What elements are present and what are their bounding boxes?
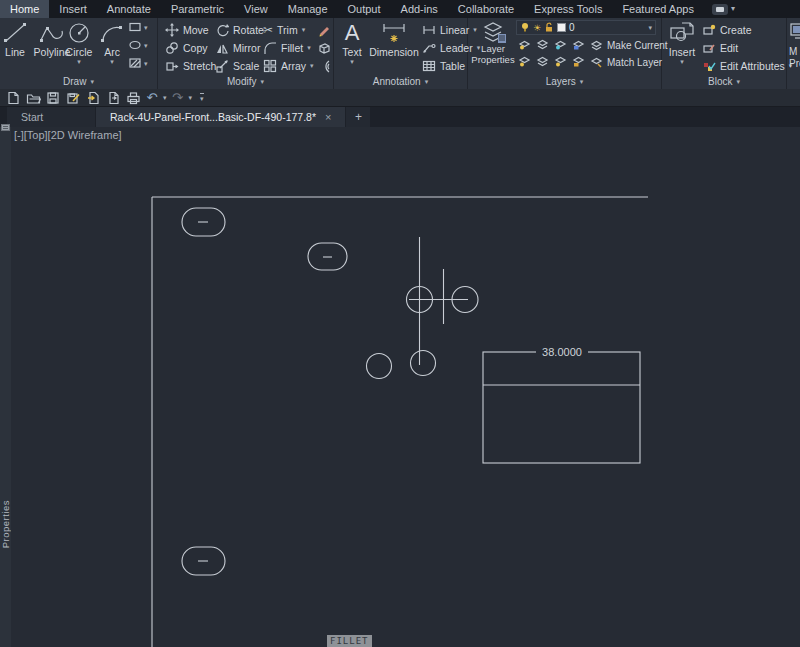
dimension-button[interactable]: Dimension	[368, 20, 420, 58]
stretch-button[interactable]: Stretch	[165, 58, 216, 73]
hatch-icon	[128, 57, 142, 69]
annotation-panel-label[interactable]: Annotation▾	[334, 74, 467, 88]
scale-button[interactable]: Scale	[215, 58, 259, 73]
chevron-down-icon: ▾	[731, 5, 735, 13]
chevron-down-icon: ▾	[144, 24, 148, 31]
match-layer-button[interactable]: Match Layer	[590, 55, 662, 70]
tab-express-tools[interactable]: Express Tools	[524, 0, 612, 18]
trim-button[interactable]: ✂ Trim▾	[263, 22, 305, 37]
new-file-icon	[6, 91, 20, 105]
layer-lock-icon[interactable]	[572, 39, 585, 50]
modify-panel-label[interactable]: Modify▾	[158, 74, 333, 88]
export-button[interactable]	[85, 90, 101, 106]
block-panel-label[interactable]: Block▾	[662, 74, 786, 88]
hatch-tool-button[interactable]: ▾	[128, 57, 148, 69]
layer-tools-row-2	[518, 56, 585, 67]
edit-block-button[interactable]: Edit	[702, 40, 738, 55]
dimension-text: 38.0000	[542, 346, 582, 358]
circle-button[interactable]: Circle ▾	[62, 20, 96, 65]
line-button[interactable]: Line	[0, 20, 30, 58]
offset-button[interactable]	[317, 58, 331, 73]
tab-manage[interactable]: Manage	[278, 0, 338, 18]
layer-state-icon[interactable]	[554, 56, 567, 67]
draw-panel-label[interactable]: Draw▾	[0, 74, 157, 88]
array-icon	[263, 59, 277, 73]
redo-dropdown[interactable]: ▾	[189, 94, 193, 101]
layer-dropdown[interactable]: ☀ 0 ▾	[516, 20, 656, 35]
qat-customize-button[interactable]: ▾	[200, 93, 204, 102]
layer-state-icon[interactable]	[536, 56, 549, 67]
mirror-button[interactable]: Mirror	[215, 40, 260, 55]
fillet-button[interactable]: Fillet▾	[263, 40, 311, 55]
edit-attributes-button[interactable]: Edit Attributes▾	[702, 58, 792, 73]
move-icon	[165, 23, 179, 37]
create-block-button[interactable]: Create	[702, 22, 752, 37]
save-as-button[interactable]	[65, 90, 81, 106]
tab-collaborate[interactable]: Collaborate	[448, 0, 524, 18]
table-button[interactable]: Table	[422, 58, 465, 73]
properties-palette-strip[interactable]: Properties	[0, 127, 11, 647]
open-file-button[interactable]	[25, 90, 41, 106]
redo-button[interactable]: ↷	[171, 90, 185, 106]
layer-freeze-icon[interactable]	[554, 39, 567, 50]
layer-state-icon[interactable]	[518, 39, 531, 50]
layer-tools-row-1	[518, 39, 585, 50]
close-icon[interactable]: ×	[325, 112, 331, 123]
save-button[interactable]	[45, 90, 61, 106]
layer-state-icon[interactable]	[518, 56, 531, 67]
tab-view[interactable]: View	[234, 0, 278, 18]
properties-palette-title: Properties	[0, 500, 11, 548]
transfer-button[interactable]	[105, 90, 121, 106]
new-file-button[interactable]	[5, 90, 21, 106]
chevron-down-icon: ▾	[425, 78, 429, 85]
layer-properties-button[interactable]: Layer Properties	[470, 20, 516, 66]
drawing-canvas[interactable]: 38.0000 [-][Top][2D Wireframe] FILLET	[0, 127, 800, 647]
tab-annotate[interactable]: Annotate	[97, 0, 161, 18]
undo-button[interactable]: ↶	[145, 90, 159, 106]
text-button[interactable]: A Text ▾	[338, 20, 366, 65]
layer-unlock-small-icon[interactable]	[572, 56, 585, 67]
circle-icon	[65, 20, 93, 46]
ellipse-tool-button[interactable]: ▾	[128, 39, 148, 51]
layer-on-bulb-icon	[520, 22, 530, 33]
undo-dropdown[interactable]: ▾	[163, 94, 167, 101]
array-button[interactable]: Array▾	[263, 58, 314, 73]
tab-home[interactable]: Home	[0, 0, 49, 18]
leader-icon	[422, 42, 436, 54]
autocad-window: Home Insert Annotate Parametric View Man…	[0, 0, 800, 647]
chevron-down-icon: ▾	[307, 44, 311, 51]
make-current-button[interactable]: Make Current	[590, 38, 668, 53]
match-properties-button[interactable]: M Prop	[789, 22, 800, 70]
file-tab-start[interactable]: Start	[7, 107, 95, 127]
tab-output[interactable]: Output	[338, 0, 391, 18]
rectangle-tool-button[interactable]: ▾	[128, 21, 148, 33]
layer-state-icon[interactable]	[536, 39, 549, 50]
file-tab-document[interactable]: Rack-4U-Panel-Front...Basic-DF-490-177.8…	[96, 107, 345, 127]
tab-add-ins[interactable]: Add-ins	[391, 0, 448, 18]
stretch-icon	[165, 59, 179, 73]
tab-featured-apps[interactable]: Featured Apps	[612, 0, 704, 18]
copy-button[interactable]: Copy	[165, 40, 208, 55]
move-button[interactable]: Move	[165, 22, 209, 37]
circle-hole	[411, 351, 436, 376]
save-floppy-icon	[46, 91, 60, 105]
viewport-controls[interactable]: [-][Top][2D Wireframe]	[14, 129, 122, 141]
chevron-down-icon: ▾	[90, 78, 94, 85]
panel-draw: Line Polyline Circle ▾ Arc ▾ ▾ ▾	[0, 18, 158, 89]
new-drawing-tab-button[interactable]: +	[346, 107, 370, 127]
layers-panel-label[interactable]: Layers▾	[468, 74, 661, 88]
tab-parametric[interactable]: Parametric	[161, 0, 234, 18]
offset-icon	[317, 59, 331, 73]
palette-grip-icon[interactable]	[1, 124, 10, 131]
panel-annotation: A Text ▾ Dimension Linear▾ Leader▾	[334, 18, 468, 89]
rectangle-icon	[128, 21, 142, 33]
tab-insert[interactable]: Insert	[49, 0, 97, 18]
print-button[interactable]	[125, 90, 141, 106]
insert-button[interactable]: Insert ▾	[666, 20, 698, 65]
explode-button[interactable]	[317, 40, 331, 55]
dimensioned-rectangle	[483, 352, 640, 463]
arc-button[interactable]: Arc ▾	[96, 20, 128, 65]
ribbon-extras-button[interactable]: ▾	[712, 0, 735, 18]
erase-button[interactable]	[317, 22, 331, 37]
rotate-button[interactable]: Rotate	[215, 22, 264, 37]
